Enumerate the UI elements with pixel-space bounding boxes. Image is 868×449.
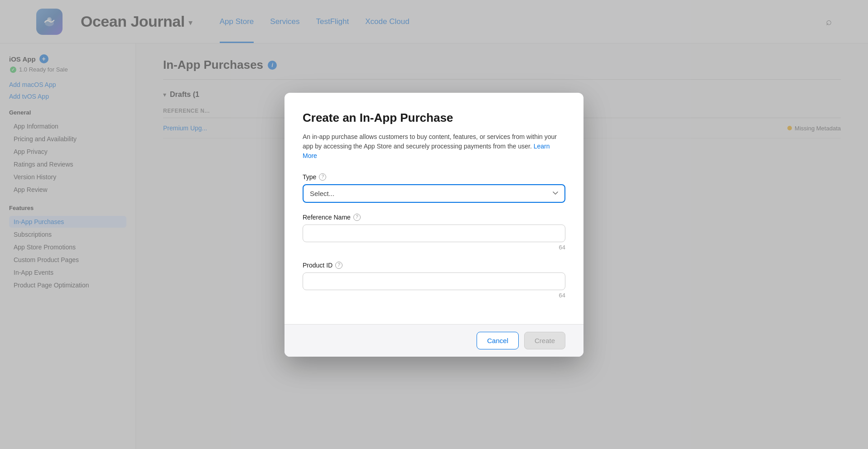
ref-name-form-group: Reference Name ? 64 <box>303 214 565 251</box>
modal-body: Create an In-App Purchase An in-app purc… <box>285 93 583 324</box>
ref-name-char-count: 64 <box>303 244 565 251</box>
cancel-button[interactable]: Cancel <box>477 332 519 349</box>
type-help-icon[interactable]: ? <box>319 173 326 181</box>
modal-description: An in-app purchase allows customers to b… <box>303 132 565 161</box>
modal-footer: Cancel Create <box>285 324 583 357</box>
type-label: Type ? <box>303 173 565 181</box>
product-id-input[interactable] <box>303 272 565 290</box>
ref-name-input[interactable] <box>303 224 565 242</box>
product-id-help-icon[interactable]: ? <box>335 262 342 269</box>
ref-name-help-icon[interactable]: ? <box>353 214 361 221</box>
modal-overlay: Create an In-App Purchase An in-app purc… <box>0 0 868 449</box>
product-id-form-group: Product ID ? 64 <box>303 262 565 299</box>
create-iap-modal: Create an In-App Purchase An in-app purc… <box>285 93 583 357</box>
type-select[interactable]: Select... Consumable Non-Consumable Auto… <box>303 184 565 203</box>
create-button[interactable]: Create <box>524 332 565 349</box>
modal-title: Create an In-App Purchase <box>303 111 565 125</box>
product-id-char-count: 64 <box>303 292 565 299</box>
product-id-label: Product ID ? <box>303 262 565 269</box>
ref-name-label: Reference Name ? <box>303 214 565 221</box>
type-form-group: Type ? Select... Consumable Non-Consumab… <box>303 173 565 203</box>
